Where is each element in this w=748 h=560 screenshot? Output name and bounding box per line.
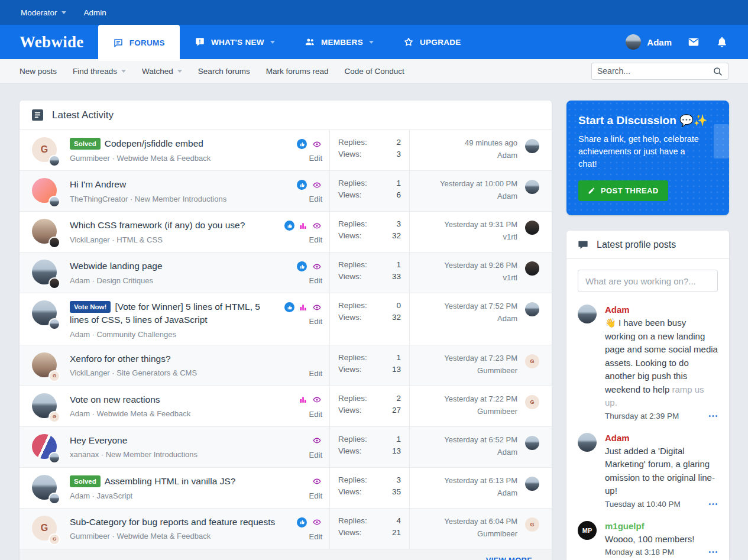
site-logo[interactable]: Webwide bbox=[20, 33, 84, 51]
thread-edit-link[interactable]: Edit bbox=[309, 235, 322, 244]
thread-title-text[interactable]: Xenforo for other things? bbox=[70, 354, 171, 364]
thread-last-user[interactable]: Adam bbox=[444, 446, 517, 459]
thread-last-post-link[interactable]: Yesterday at 6:52 PM Adam bbox=[444, 434, 517, 460]
avatar-adam[interactable] bbox=[525, 302, 539, 316]
thread-edit-link[interactable]: Edit bbox=[309, 532, 322, 541]
thread-time[interactable]: Yesterday at 9:26 PM bbox=[444, 260, 517, 272]
thread-title-link[interactable]: SolvedCodepen/jsfiddle embed bbox=[70, 137, 292, 150]
thread-time[interactable]: Yesterday at 7:52 PM bbox=[444, 300, 517, 313]
avatar-v1rtl[interactable] bbox=[48, 237, 60, 248]
thread-title-text[interactable]: Webwide landing page bbox=[70, 261, 163, 271]
avatar-adam[interactable] bbox=[525, 436, 539, 450]
avatar-adam[interactable] bbox=[48, 318, 60, 330]
thread-time[interactable]: Yesterday at 7:23 PM bbox=[444, 352, 517, 365]
thread-title-text[interactable]: Assembling HTML in vanilla JS? bbox=[105, 476, 236, 486]
thread-author[interactable]: VickiLanger bbox=[70, 235, 110, 244]
thread-author[interactable]: Adam bbox=[70, 491, 90, 500]
thread-title-text[interactable]: Hey Everyone bbox=[70, 435, 127, 445]
avatar-adam[interactable] bbox=[578, 433, 597, 452]
subnav-watched[interactable]: Watched bbox=[142, 67, 182, 76]
thread-time[interactable]: Yesterday at 9:31 PM bbox=[444, 219, 517, 231]
thread-forum[interactable]: HTML & CSS bbox=[116, 235, 163, 244]
messages-button[interactable] bbox=[687, 35, 700, 48]
tab-whats-new[interactable]: WHAT'S NEW bbox=[180, 25, 290, 59]
post-menu-button[interactable] bbox=[708, 503, 718, 506]
account-menu[interactable]: Adam bbox=[626, 34, 672, 50]
thread-forum[interactable]: New Member Introductions bbox=[106, 450, 197, 459]
thread-forum[interactable]: New Member Introductions bbox=[135, 195, 226, 203]
thread-last-user[interactable]: Adam bbox=[440, 190, 517, 203]
thread-title-link[interactable]: SolvedAssembling HTML in vanilla JS? bbox=[70, 475, 305, 488]
thread-title-link[interactable]: Hi I'm Andrew bbox=[70, 178, 292, 191]
subnav-code-of-conduct[interactable]: Code of Conduct bbox=[344, 67, 404, 76]
thread-edit-link[interactable]: Edit bbox=[309, 451, 322, 459]
tab-forums[interactable]: FORUMS bbox=[98, 25, 180, 61]
thread-last-user[interactable]: v1rtl bbox=[444, 272, 517, 284]
profile-post-time[interactable]: Monday at 3:18 PM bbox=[605, 548, 674, 556]
thread-last-post-link[interactable]: Yesterday at 9:31 PM v1rtl bbox=[444, 219, 517, 245]
profile-post-username[interactable]: m1guelpf bbox=[605, 521, 718, 531]
alerts-button[interactable] bbox=[715, 35, 728, 48]
avatar-adam[interactable] bbox=[48, 493, 60, 504]
thread-forum[interactable]: Webwide Meta & Feedback bbox=[116, 532, 211, 540]
tab-members[interactable]: MEMBERS bbox=[290, 25, 388, 59]
avatar-m1guelpf[interactable]: MP bbox=[578, 521, 597, 540]
tab-upgrade[interactable]: UPGRADE bbox=[388, 25, 476, 59]
thread-last-user[interactable]: Gummibeer bbox=[444, 528, 517, 540]
thread-title-text[interactable]: Sub-Category for bug reports and feature… bbox=[70, 517, 275, 527]
thread-edit-link[interactable]: Edit bbox=[309, 410, 322, 419]
thread-edit-link[interactable]: Edit bbox=[309, 154, 322, 163]
profile-post-username[interactable]: Adam bbox=[605, 433, 718, 443]
search-icon[interactable] bbox=[713, 66, 723, 76]
profile-post-input[interactable] bbox=[578, 270, 718, 292]
avatar-adam[interactable] bbox=[48, 155, 60, 167]
thread-edit-link[interactable]: Edit bbox=[309, 491, 322, 500]
thread-last-user[interactable]: Adam bbox=[465, 150, 517, 162]
thread-title-link[interactable]: Sub-Category for bug reports and feature… bbox=[70, 516, 292, 529]
thread-edit-link[interactable]: Edit bbox=[309, 195, 322, 203]
avatar-gummibeer[interactable]: G bbox=[525, 354, 539, 368]
thread-last-post-link[interactable]: Yesterday at 6:13 PM Adam bbox=[444, 475, 517, 501]
thread-author[interactable]: Adam bbox=[70, 276, 90, 285]
profile-post-time[interactable]: Tuesday at 10:40 PM bbox=[605, 500, 681, 509]
subnav-find-threads[interactable]: Find threads bbox=[73, 67, 126, 76]
thread-last-post-link[interactable]: Yesterday at 10:00 PM Adam bbox=[440, 178, 517, 204]
view-more-link[interactable]: VIEW MORE... bbox=[486, 556, 539, 560]
thread-forum[interactable]: JavaScript bbox=[97, 491, 133, 500]
thread-last-post-link[interactable]: Yesterday at 6:04 PM Gummibeer bbox=[444, 516, 517, 542]
avatar-adam[interactable] bbox=[525, 139, 539, 153]
thread-time[interactable]: 49 minutes ago bbox=[465, 137, 517, 150]
avatar-v1rtl[interactable] bbox=[48, 277, 60, 289]
thread-time[interactable]: Yesterday at 6:04 PM bbox=[444, 516, 517, 528]
avatar-v1rtl[interactable] bbox=[525, 261, 539, 276]
profile-post-username[interactable]: Adam bbox=[605, 305, 718, 315]
avatar-gummibeer[interactable]: G bbox=[525, 517, 539, 532]
thread-title-text[interactable]: Which CSS framework (if any) do you use? bbox=[70, 220, 245, 230]
subnav-mark-read[interactable]: Mark forums read bbox=[266, 67, 329, 76]
subnav-new-posts[interactable]: New posts bbox=[20, 67, 57, 76]
thread-edit-link[interactable]: Edit bbox=[309, 369, 322, 378]
avatar-gummibeer[interactable]: G bbox=[48, 411, 60, 423]
post-menu-button[interactable] bbox=[708, 415, 718, 417]
thread-last-user[interactable]: Gummibeer bbox=[444, 365, 517, 377]
avatar-gummibeer[interactable]: G bbox=[48, 533, 60, 545]
thread-last-post-link[interactable]: Yesterday at 9:26 PM v1rtl bbox=[444, 260, 517, 286]
thread-title-text[interactable]: Codepen/jsfiddle embed bbox=[105, 138, 203, 148]
thread-author[interactable]: TheThingCreator bbox=[70, 195, 128, 203]
thread-last-post-link[interactable]: Yesterday at 7:22 PM Gummibeer bbox=[444, 393, 517, 419]
thread-author[interactable]: xananax bbox=[70, 450, 99, 459]
thread-edit-link[interactable]: Edit bbox=[309, 276, 322, 285]
avatar-gummibeer[interactable]: G bbox=[48, 370, 60, 382]
thread-title-link[interactable]: Vote Now![Vote for Winner] 5 lines of HT… bbox=[70, 300, 280, 326]
thread-time[interactable]: Yesterday at 6:52 PM bbox=[444, 434, 517, 446]
thread-time[interactable]: Yesterday at 7:22 PM bbox=[444, 393, 517, 406]
avatar-adam[interactable] bbox=[578, 305, 597, 323]
thread-last-post-link[interactable]: 49 minutes ago Adam bbox=[465, 137, 517, 163]
post-thread-button[interactable]: POST THREAD bbox=[578, 180, 668, 201]
avatar-adam[interactable] bbox=[525, 477, 539, 491]
thread-edit-link[interactable]: Edit bbox=[309, 317, 322, 326]
thread-last-user[interactable]: v1rtl bbox=[444, 231, 517, 244]
thread-title-link[interactable]: Webwide landing page bbox=[70, 260, 292, 273]
thread-title-text[interactable]: Hi I'm Andrew bbox=[70, 179, 126, 189]
thread-last-user[interactable]: Adam bbox=[444, 487, 517, 500]
